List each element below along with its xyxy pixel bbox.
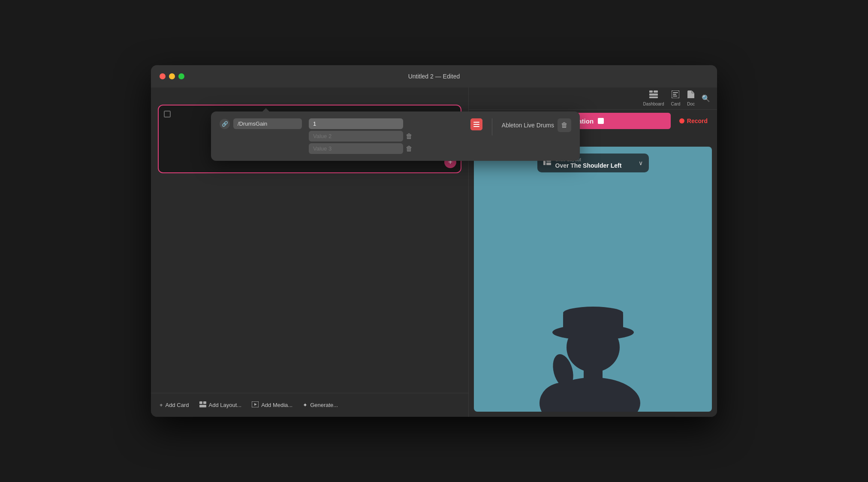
svg-point-23: [567, 322, 620, 372]
delete-value3-icon[interactable]: 🗑: [406, 145, 413, 153]
dashboard-nav-button[interactable]: Dashboard: [643, 90, 664, 106]
card-checkbox[interactable]: [164, 111, 171, 117]
svg-rect-17: [673, 92, 678, 93]
svg-rect-6: [473, 126, 479, 127]
window-title: Untitled 2 — Edited: [408, 73, 460, 80]
add-media-label: Add Media...: [261, 402, 292, 408]
doc-nav-button[interactable]: Doc: [687, 90, 695, 106]
slide-layout-value: Over The Shoulder Left: [555, 162, 634, 169]
add-media-icon: [252, 401, 259, 409]
link-icon: 🔗: [220, 119, 230, 129]
svg-rect-14: [649, 93, 658, 96]
maximize-button[interactable]: [178, 73, 184, 79]
right-toolbar: Dashboard Card: [469, 87, 717, 110]
svg-rect-13: [654, 90, 658, 93]
video-preview: Slide Layout Over The Shoulder Left ∨: [474, 147, 712, 412]
add-media-button[interactable]: Add Media...: [252, 401, 292, 409]
minimize-button[interactable]: [169, 73, 175, 79]
app-window: Untitled 2 — Edited 🔗: [151, 65, 717, 417]
record-button[interactable]: Record: [675, 115, 712, 127]
svg-rect-9: [199, 405, 206, 407]
bottom-toolbar: + Add Card Add Layout...: [151, 393, 468, 417]
add-card-icon: +: [160, 402, 163, 408]
dashboard-label: Dashboard: [643, 102, 664, 106]
svg-rect-18: [673, 94, 676, 95]
value-row-3: 🗑: [309, 143, 464, 154]
close-button[interactable]: [160, 73, 166, 79]
osc-address-group: 🔗: [220, 118, 302, 129]
add-layout-label: Add Layout...: [209, 402, 242, 408]
generate-icon: ✦: [303, 402, 307, 408]
record-label: Record: [687, 117, 708, 124]
card-icon: [672, 90, 679, 100]
main-area: 🔗 🗑 🗑: [151, 87, 717, 417]
dashboard-icon: [649, 90, 658, 100]
source-label: Ableton Live Drums: [502, 122, 554, 129]
stop-icon: [598, 118, 604, 124]
add-card-button[interactable]: + Add Card: [160, 402, 189, 408]
svg-rect-8: [203, 401, 206, 404]
svg-rect-12: [649, 90, 653, 93]
doc-label: Doc: [687, 102, 695, 106]
add-layout-icon: [199, 401, 206, 409]
search-button[interactable]: 🔍: [702, 94, 710, 102]
card-label: Card: [671, 102, 681, 106]
traffic-lights: [160, 73, 184, 79]
list-options-button[interactable]: [470, 118, 482, 130]
add-layout-button[interactable]: Add Layout...: [199, 401, 242, 409]
osc-dropdown-popup: 🔗 🗑 🗑: [211, 111, 580, 161]
delete-value2-icon[interactable]: 🗑: [406, 133, 413, 140]
record-dot-icon: [679, 118, 684, 124]
value-input-3[interactable]: [309, 143, 403, 154]
chevron-down-icon: ∨: [639, 160, 643, 166]
value-input-1[interactable]: [309, 118, 403, 129]
doc-icon: [687, 90, 694, 100]
svg-rect-7: [199, 401, 202, 404]
svg-rect-19: [673, 96, 677, 96]
source-section: Ableton Live Drums 🗑: [502, 118, 571, 132]
generate-label: Generate...: [310, 402, 338, 408]
person-silhouette: [520, 292, 666, 412]
values-column: 🗑 🗑: [309, 118, 464, 154]
value-row-1: [309, 118, 464, 129]
svg-marker-11: [254, 403, 257, 406]
value-row-2: 🗑: [309, 131, 464, 142]
left-panel: 🔗 🗑 🗑: [151, 87, 468, 417]
delete-source-button[interactable]: 🗑: [558, 118, 571, 132]
card-nav-button[interactable]: Card: [671, 90, 681, 106]
svg-rect-30: [546, 163, 551, 165]
add-card-label: Add Card: [166, 402, 189, 408]
value-input-2[interactable]: [309, 131, 403, 142]
svg-rect-15: [649, 96, 658, 98]
svg-rect-4: [473, 122, 479, 123]
vertical-separator: [492, 118, 492, 136]
titlebar: Untitled 2 — Edited: [151, 65, 717, 87]
generate-button[interactable]: ✦ Generate...: [303, 402, 338, 408]
osc-address-input[interactable]: [233, 118, 302, 129]
svg-rect-5: [473, 124, 479, 125]
